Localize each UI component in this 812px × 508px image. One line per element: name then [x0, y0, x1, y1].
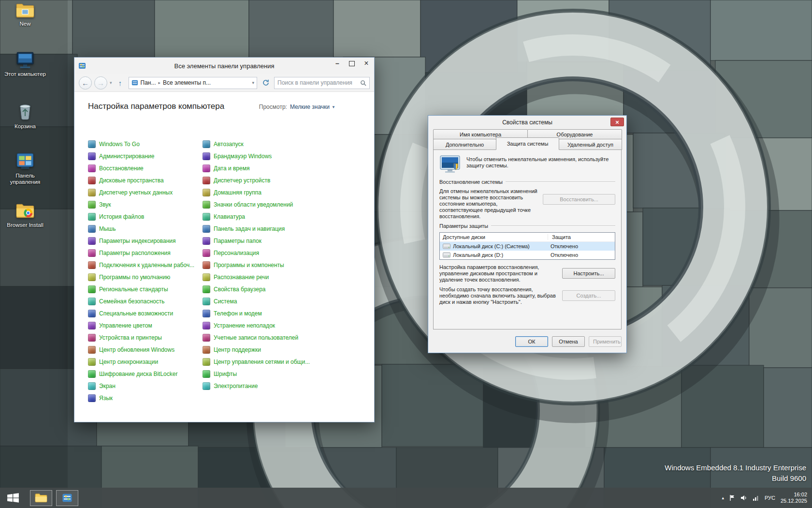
maximize-button[interactable]: [345, 58, 359, 69]
taskbar-file-explorer-button[interactable]: [30, 490, 52, 506]
network-icon[interactable]: [753, 495, 759, 501]
desktop-icon-recycle-bin[interactable]: Корзина: [3, 102, 47, 130]
breadcrumb-current[interactable]: Все элементы п...: [163, 79, 211, 86]
control-panel-item[interactable]: Параметры папок: [203, 235, 361, 247]
control-panel-item[interactable]: Учетные записи пользователей: [203, 331, 361, 344]
control-panel-item[interactable]: Дата и время: [203, 162, 361, 174]
item-label: Автозапуск: [214, 141, 244, 148]
cancel-button[interactable]: Отмена: [552, 336, 585, 347]
tab[interactable]: Удаленный доступ: [559, 139, 622, 150]
control-panel-item[interactable]: Семейная безопасность: [88, 295, 203, 307]
control-panel-item[interactable]: Звук: [88, 198, 203, 210]
control-panel-item[interactable]: Устранение неполадок: [203, 319, 361, 331]
volume-icon[interactable]: [740, 495, 747, 501]
control-panel-item[interactable]: Диспетчер учетных данных: [88, 186, 203, 198]
search-icon: [360, 80, 366, 86]
disk-row[interactable]: Локальный диск (D:) Отключено: [440, 251, 615, 259]
window-titlebar[interactable]: Все элементы панели управления: [74, 58, 374, 74]
item-label: Администрирование: [99, 153, 154, 160]
computer-icon: [15, 51, 35, 70]
desktop-icon-label: Панель управления: [3, 173, 47, 185]
taskbar: РУС 16:02 25.12.2025: [0, 488, 812, 508]
action-center-flag-icon[interactable]: [729, 494, 735, 501]
dialog-titlebar[interactable]: Свойства системы: [428, 116, 626, 129]
forward-button[interactable]: [94, 76, 107, 90]
control-panel-item[interactable]: Подключения к удаленным рабоч...: [88, 259, 203, 271]
clock[interactable]: 16:02 25.12.2025: [781, 492, 807, 504]
desktop-icon-browser-install[interactable]: Browser Install: [3, 202, 47, 228]
control-panel-item[interactable]: Программы и компоненты: [203, 259, 361, 271]
control-panel-item[interactable]: Домашняя группа: [203, 186, 361, 198]
breadcrumb-root[interactable]: Пан...: [141, 79, 156, 86]
disk-row[interactable]: Локальный диск (C:) (Система) Отключено: [440, 242, 615, 251]
back-button[interactable]: [79, 76, 92, 90]
view-value[interactable]: Мелкие значки: [290, 104, 335, 110]
control-panel-item[interactable]: Windows To Go: [88, 138, 203, 150]
control-panel-item[interactable]: Центр синхронизации: [88, 356, 203, 368]
control-panel-item[interactable]: Брандмауэр Windows: [203, 150, 361, 162]
control-panel-item[interactable]: Центр поддержки: [203, 344, 361, 356]
control-panel-item[interactable]: Электропитание: [203, 380, 361, 392]
control-panel-item[interactable]: Телефон и модем: [203, 307, 361, 319]
recent-pages-chevron-icon[interactable]: [110, 80, 112, 85]
up-button[interactable]: [115, 77, 126, 89]
control-panel-item[interactable]: Панель задач и навигация: [203, 223, 361, 235]
item-icon: [203, 249, 210, 257]
item-icon: [88, 370, 96, 378]
control-panel-item[interactable]: Значки области уведомлений: [203, 198, 361, 210]
view-selector[interactable]: Просмотр: Мелкие значки: [259, 104, 335, 110]
breadcrumb[interactable]: Пан... Все элементы п...: [129, 77, 257, 89]
close-button[interactable]: [359, 58, 374, 69]
control-panel-item[interactable]: Устройства и принтеры: [88, 331, 203, 344]
control-panel-item[interactable]: Язык: [88, 392, 203, 404]
search-box[interactable]: [274, 77, 370, 89]
control-panel-item[interactable]: Диспетчер устройств: [203, 174, 361, 186]
desktop-icon-this-pc[interactable]: Этот компьютер: [3, 51, 47, 77]
item-icon: [203, 164, 210, 172]
hidden-icons-chevron-icon[interactable]: [722, 495, 724, 500]
control-panel-item[interactable]: Распознавание речи: [203, 271, 361, 283]
control-panel-item[interactable]: Дисковые пространства: [88, 174, 203, 186]
control-panel-item[interactable]: Специальные возможности: [88, 307, 203, 319]
control-panel-item[interactable]: Клавиатура: [203, 210, 361, 223]
ok-button[interactable]: ОК: [515, 336, 548, 347]
navigation-bar: Пан... Все элементы п...: [74, 74, 374, 92]
control-panel-item[interactable]: Восстановление: [88, 162, 203, 174]
control-panel-item[interactable]: Параметры индексирования: [88, 235, 203, 247]
item-icon: [88, 249, 96, 257]
desktop-icon-control-panel[interactable]: Панель управления: [3, 152, 47, 185]
control-panel-icon: [15, 152, 35, 171]
create-description: Чтобы создать точку восстановления, необ…: [439, 286, 557, 305]
group-title: Восстановление системы: [439, 179, 503, 185]
control-panel-item[interactable]: Система: [203, 295, 361, 307]
minimize-button[interactable]: [330, 58, 345, 69]
control-panel-item[interactable]: Шифрование диска BitLocker: [88, 368, 203, 380]
control-panel-item[interactable]: Автозапуск: [203, 138, 361, 150]
control-panel-item[interactable]: История файлов: [88, 210, 203, 223]
close-button[interactable]: [610, 118, 624, 126]
control-panel-item[interactable]: Программы по умолчанию: [88, 271, 203, 283]
control-panel-item[interactable]: Управление цветом: [88, 319, 203, 331]
control-panel-item[interactable]: Свойства браузера: [203, 283, 361, 295]
column-header-protection: Защита: [548, 234, 612, 240]
language-indicator[interactable]: РУС: [765, 495, 775, 501]
control-panel-item[interactable]: Шрифты: [203, 368, 361, 380]
control-panel-item[interactable]: Параметры расположения: [88, 247, 203, 259]
control-panel-item[interactable]: Мышь: [88, 223, 203, 235]
item-label: Центр управления сетями и общи...: [214, 359, 310, 365]
control-panel-item[interactable]: Администрирование: [88, 150, 203, 162]
desktop-icon-new[interactable]: New: [3, 2, 47, 27]
control-panel-item[interactable]: Региональные стандарты: [88, 283, 203, 295]
start-button[interactable]: [0, 488, 26, 508]
search-input[interactable]: [277, 79, 358, 86]
tab[interactable]: Защита системы: [496, 137, 559, 150]
taskbar-control-panel-button[interactable]: [56, 490, 78, 506]
breadcrumb-dropdown-icon[interactable]: [252, 80, 254, 85]
control-panel-item[interactable]: Экран: [88, 380, 203, 392]
control-panel-item[interactable]: Центр обновления Windows: [88, 344, 203, 356]
control-panel-item[interactable]: Центр управления сетями и общи...: [203, 356, 361, 368]
tab[interactable]: Дополнительно: [433, 139, 496, 150]
configure-button[interactable]: Настроить...: [562, 268, 615, 279]
control-panel-item[interactable]: Персонализация: [203, 247, 361, 259]
refresh-button[interactable]: [260, 77, 272, 89]
